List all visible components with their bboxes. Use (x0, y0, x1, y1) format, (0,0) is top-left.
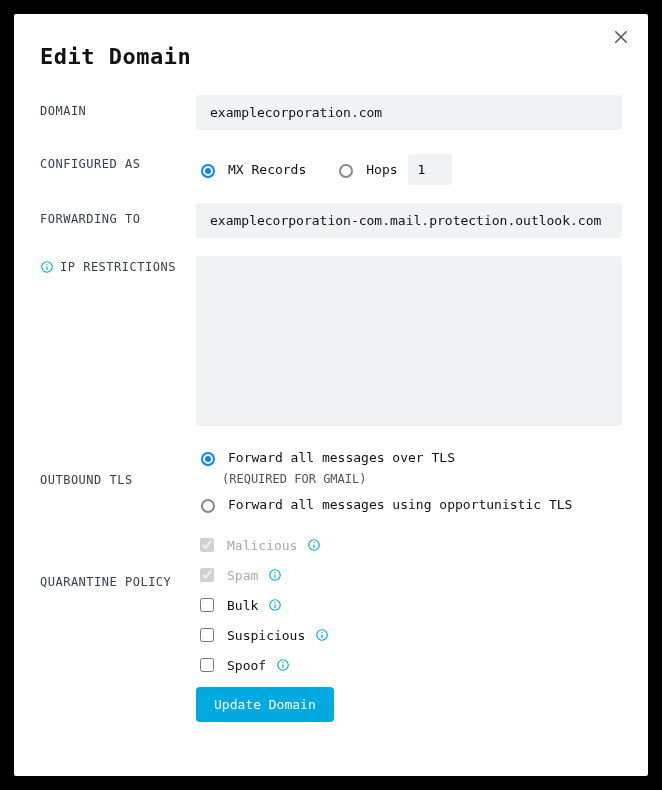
quarantine-item-label: Spoof (227, 658, 266, 673)
quarantine-item-label: Spam (227, 568, 258, 583)
outbound-tls-label: OUTBOUND TLS (40, 447, 196, 487)
domain-label: DOMAIN (40, 95, 196, 118)
svg-point-19 (283, 662, 284, 663)
quarantine-policy-list: MaliciousSpamBulkSuspiciousSpoof (196, 531, 622, 677)
configured-as-label: CONFIGURED AS (40, 148, 196, 171)
mx-records-radio[interactable] (201, 164, 215, 178)
tls-required-radio[interactable] (201, 452, 215, 466)
svg-point-13 (275, 602, 276, 603)
svg-point-7 (314, 542, 315, 543)
mx-records-radio-item[interactable]: MX Records (196, 161, 306, 178)
quarantine-item: Spam (196, 563, 622, 587)
info-icon[interactable] (276, 658, 290, 672)
hops-radio-item[interactable]: Hops (334, 154, 451, 185)
quarantine-item-label: Bulk (227, 598, 258, 613)
info-icon[interactable] (315, 628, 329, 642)
mx-records-radio-label: MX Records (228, 162, 306, 177)
tls-required-radio-label: Forward all messages over TLS (228, 450, 455, 465)
info-icon[interactable] (307, 538, 321, 552)
svg-point-10 (275, 572, 276, 573)
close-icon[interactable] (612, 28, 630, 46)
svg-point-4 (46, 264, 47, 265)
quarantine-checkbox (200, 568, 214, 582)
quarantine-checkbox[interactable] (200, 598, 214, 612)
quarantine-checkbox[interactable] (200, 628, 214, 642)
quarantine-item-label: Malicious (227, 538, 297, 553)
quarantine-item[interactable]: Suspicious (196, 623, 622, 647)
quarantine-item[interactable]: Spoof (196, 653, 622, 677)
tls-opportunistic-radio-item[interactable]: Forward all messages using opportunistic… (196, 496, 622, 513)
info-icon[interactable] (268, 568, 282, 582)
quarantine-item: Malicious (196, 533, 622, 557)
tls-required-sublabel: (REQUIRED FOR GMAIL) (222, 472, 622, 486)
quarantine-checkbox[interactable] (200, 658, 214, 672)
tls-opportunistic-radio[interactable] (201, 499, 215, 513)
quarantine-item[interactable]: Bulk (196, 593, 622, 617)
info-icon[interactable] (268, 598, 282, 612)
domain-input[interactable] (196, 95, 622, 130)
hops-radio[interactable] (339, 164, 353, 178)
tls-required-radio-item[interactable]: Forward all messages over TLS (196, 449, 622, 466)
update-domain-button[interactable]: Update Domain (196, 687, 334, 722)
page-title: Edit Domain (40, 44, 622, 69)
edit-domain-panel: Edit Domain DOMAIN CONFIGURED AS MX Reco… (14, 14, 648, 776)
tls-opportunistic-radio-label: Forward all messages using opportunistic… (228, 497, 572, 512)
hops-input[interactable] (408, 154, 452, 185)
forwarding-to-input[interactable] (196, 203, 622, 238)
ip-restrictions-textarea[interactable] (196, 256, 622, 426)
quarantine-item-label: Suspicious (227, 628, 305, 643)
forwarding-to-label: FORWARDING TO (40, 203, 196, 226)
svg-point-16 (322, 632, 323, 633)
quarantine-policy-label: QUARANTINE POLICY (40, 531, 196, 589)
hops-radio-label: Hops (366, 162, 397, 177)
info-icon[interactable] (40, 260, 54, 274)
ip-restrictions-label: IP RESTRICTIONS (60, 260, 176, 274)
quarantine-checkbox (200, 538, 214, 552)
